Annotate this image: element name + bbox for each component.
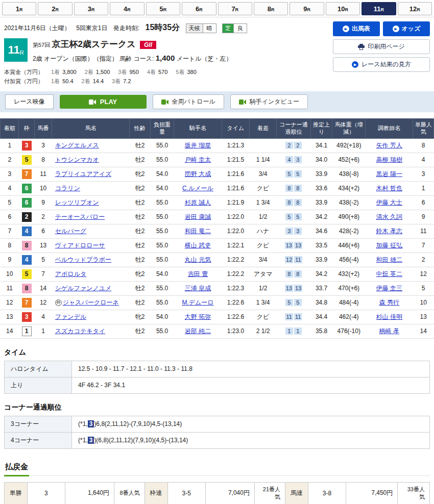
finish-position: 5 bbox=[1, 195, 19, 210]
race-tab-11r[interactable]: 11R bbox=[361, 2, 396, 15]
sex-age: 牡2 bbox=[130, 238, 151, 253]
corner-positions: 55 bbox=[276, 295, 310, 310]
print-page-button[interactable]: 印刷用ページ bbox=[333, 39, 430, 54]
corner-position-badge: 5 bbox=[285, 170, 293, 178]
corner-row-value: (*1,3)(6,8)(2,11,12)(7,9,10)(4,5)-(13,14… bbox=[72, 432, 430, 448]
jockey-link[interactable]: 坂井 瑠星 bbox=[185, 142, 211, 149]
horse-name-link[interactable]: トウシンマカオ bbox=[55, 156, 99, 163]
win-popularity: 9 bbox=[413, 210, 434, 224]
horse-name-link[interactable]: ヴィアドロローサ bbox=[55, 242, 105, 249]
jockey-link[interactable]: 岩部 純二 bbox=[185, 327, 211, 335]
carried-weight: 54.0 bbox=[150, 267, 174, 281]
jockey-link[interactable]: C.ルメール bbox=[182, 185, 213, 192]
horse-name-link[interactable]: ラブリイユアアイズ bbox=[55, 170, 112, 178]
time-row-value: 12.5 - 10.9 - 11.7 - 12.1 - 11.0 - 11.3 … bbox=[72, 361, 430, 377]
trainer-link[interactable]: 鈴木 孝志 bbox=[376, 228, 402, 235]
trainer-link[interactable]: 伊藤 大士 bbox=[376, 199, 402, 206]
jockey-link[interactable]: 三浦 皇成 bbox=[185, 285, 211, 292]
race-round: 第57回 bbox=[33, 42, 50, 48]
odds-button[interactable]: ▶ オッズ bbox=[383, 21, 430, 36]
race-title: 京王杯2歳ステークス bbox=[52, 39, 136, 49]
horse-name-link[interactable]: ベルウッドブラボー bbox=[55, 256, 111, 263]
race-tab-12r[interactable]: 12R bbox=[398, 2, 432, 15]
trainer-link[interactable]: 黒岩 陽一 bbox=[376, 170, 402, 178]
frame-cell: 8 bbox=[19, 281, 34, 295]
horse-name-link[interactable]: ジャスパークローネ bbox=[63, 299, 119, 306]
prize-money: 本賞金（万円）1着3,8002着1,5003着9504着5705着380付加賞（… bbox=[4, 68, 328, 85]
jockey-cell: 和田 竜二 bbox=[174, 224, 222, 238]
jockey-link[interactable]: 大野 拓弥 bbox=[185, 313, 211, 320]
horse-name-link[interactable]: アポロルタ bbox=[55, 270, 86, 278]
estimated-last-3f: 34.4 bbox=[310, 310, 332, 324]
race-video-play-button[interactable]: PLAY bbox=[60, 95, 147, 109]
trainer-link[interactable]: 清水 久詞 bbox=[376, 213, 402, 220]
corner-position-badge: 8 bbox=[294, 185, 302, 192]
race-tab-7r[interactable]: 7R bbox=[218, 2, 252, 15]
jockey-cell: 丸山 元気 bbox=[174, 253, 222, 267]
jockey-link[interactable]: 横山 武史 bbox=[185, 242, 211, 249]
carried-weight: 55.0 bbox=[150, 210, 174, 224]
turf-condition-value: 良 bbox=[234, 24, 247, 33]
jockey-link[interactable]: M.デムーロ bbox=[182, 299, 213, 306]
jockey-interview-button[interactable]: 騎手インタビュー bbox=[230, 94, 308, 109]
horse-name-link[interactable]: シゲルファンノユメ bbox=[55, 285, 112, 292]
prize-item: 3着7.2 bbox=[112, 78, 131, 85]
bet-type-label: 馬連 bbox=[285, 482, 308, 504]
grade-badge: GII bbox=[140, 41, 156, 49]
corner-row: 4コーナー(*1,3)(6,8)(2,11,12)(7,9,10)(4,5)-(… bbox=[5, 432, 430, 448]
win-popularity: 12 bbox=[413, 267, 434, 281]
trainer-link[interactable]: 木村 哲也 bbox=[376, 185, 402, 192]
horse-name-link[interactable]: コラリン bbox=[55, 185, 80, 192]
horse-name-link[interactable]: スズカコテキタイ bbox=[55, 327, 105, 335]
horse-name-link[interactable]: キングエルメス bbox=[55, 142, 99, 149]
race-tab-1r[interactable]: 1R bbox=[2, 2, 36, 15]
estimated-last-3f: 34.0 bbox=[310, 153, 332, 167]
finish-position: 10 bbox=[1, 267, 19, 281]
race-tab-5r[interactable]: 5R bbox=[146, 2, 180, 15]
corner-position-badge: 5 bbox=[285, 213, 293, 220]
results-column-header: 枠 bbox=[19, 119, 34, 139]
race-tab-2r[interactable]: 2R bbox=[38, 2, 72, 15]
horse-name-link[interactable]: セルバーグ bbox=[55, 228, 86, 235]
jockey-cell: 吉田 豊 bbox=[174, 267, 222, 281]
horse-name-link[interactable]: レッツリブオン bbox=[55, 199, 99, 206]
trainer-link[interactable]: 中舘 英二 bbox=[376, 270, 402, 278]
horse-name-link[interactable]: テーオースパロー bbox=[55, 213, 105, 220]
race-tab-8r[interactable]: 8R bbox=[254, 2, 288, 15]
patrol-video-button[interactable]: 全周パトロール bbox=[153, 94, 224, 109]
horse-body-weight: 432(+2) bbox=[332, 267, 366, 281]
trainer-link[interactable]: 矢作 芳人 bbox=[376, 142, 402, 149]
trainer-link[interactable]: 高柳 瑞樹 bbox=[376, 156, 402, 163]
finish-position: 11 bbox=[1, 281, 19, 295]
jockey-link[interactable]: 団野 大成 bbox=[185, 170, 211, 178]
trainer-link[interactable]: 伊藤 圭三 bbox=[376, 285, 402, 292]
race-tab-10r[interactable]: 10R bbox=[326, 2, 360, 15]
horse-body-weight: 462(-4) bbox=[332, 310, 366, 324]
margin: 3/4 bbox=[250, 167, 277, 181]
race-tab-3r[interactable]: 3R bbox=[74, 2, 108, 15]
payout-table: 単勝31,640円8番人気枠連3-57,040円21番人気馬連3-87,450円… bbox=[4, 482, 430, 504]
horse-name-link[interactable]: ファンデル bbox=[55, 313, 86, 320]
frame-badge: 7 bbox=[22, 169, 32, 179]
race-tab-9r[interactable]: 9R bbox=[290, 2, 324, 15]
estimated-last-3f: 33.9 bbox=[310, 167, 332, 181]
trainer-link[interactable]: 柄崎 孝 bbox=[379, 327, 399, 335]
race-tab-4r[interactable]: 4R bbox=[110, 2, 144, 15]
entries-button[interactable]: ▶ 出馬表 bbox=[333, 21, 380, 36]
jockey-link[interactable]: 丸山 元気 bbox=[185, 256, 211, 263]
trainer-link[interactable]: 杉山 佳明 bbox=[376, 313, 402, 320]
jockey-link[interactable]: 杉原 誠人 bbox=[185, 199, 211, 206]
bet-combination: 3-5 bbox=[167, 482, 206, 504]
frame-badge: 7 bbox=[22, 298, 32, 308]
race-tab-6r[interactable]: 6R bbox=[182, 2, 216, 15]
jockey-link[interactable]: 戸崎 圭太 bbox=[185, 156, 211, 163]
horse-number: 5 bbox=[34, 253, 52, 267]
play-circle-icon: ▶ bbox=[343, 26, 349, 32]
jockey-link[interactable]: 和田 竜二 bbox=[185, 228, 211, 235]
jockey-link[interactable]: 岩田 康誠 bbox=[185, 213, 211, 220]
trainer-link[interactable]: 加藤 征弘 bbox=[376, 242, 402, 249]
jockey-link[interactable]: 吉田 豊 bbox=[188, 270, 208, 278]
result-guide-button[interactable]: ▶ レース結果の見方 bbox=[333, 57, 430, 72]
trainer-link[interactable]: 和田 雄二 bbox=[376, 256, 402, 263]
trainer-link[interactable]: 森 秀行 bbox=[379, 299, 399, 306]
